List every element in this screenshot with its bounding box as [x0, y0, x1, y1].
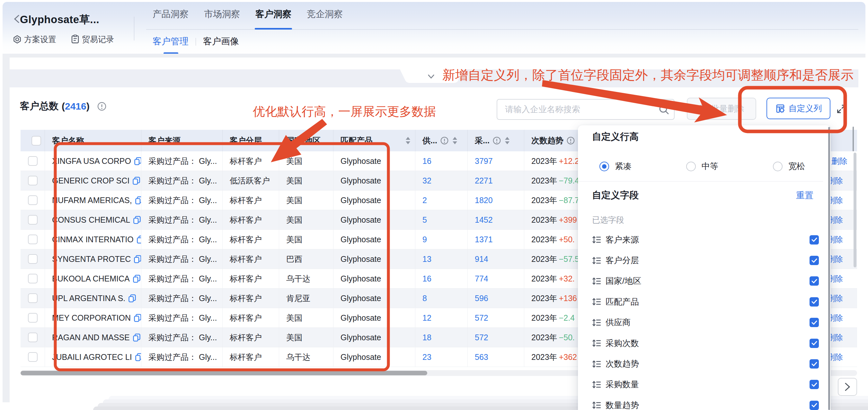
field-checkbox[interactable] — [809, 276, 819, 286]
row-checkbox[interactable] — [28, 215, 38, 225]
row-checkbox[interactable] — [28, 156, 38, 166]
cell-suppliers[interactable]: 2 — [415, 191, 468, 210]
drag-handle-icon[interactable] — [592, 256, 601, 265]
fullscreen-icon[interactable] — [836, 104, 847, 114]
row-checkbox[interactable] — [28, 274, 38, 284]
field-checkbox[interactable] — [809, 297, 819, 306]
drag-handle-icon[interactable] — [592, 277, 601, 286]
field-checkbox[interactable] — [809, 359, 819, 369]
field-item[interactable]: 采购数量 — [592, 374, 819, 395]
cell-suppliers[interactable]: 23 — [415, 347, 468, 367]
copy-icon[interactable] — [134, 353, 141, 361]
cell-purchases[interactable]: 596 — [468, 289, 524, 308]
copy-icon[interactable] — [132, 274, 141, 283]
drag-handle-icon[interactable] — [592, 297, 601, 306]
main-tab[interactable]: 竞企洞察 — [307, 2, 343, 30]
field-item[interactable]: 数量趋势 — [592, 395, 819, 410]
main-tab[interactable]: 客户洞察 — [255, 2, 291, 30]
field-checkbox[interactable] — [809, 380, 819, 389]
cell-purchases[interactable]: 563 — [468, 347, 524, 367]
copy-icon[interactable] — [136, 235, 141, 244]
field-item[interactable]: 国家/地区 — [592, 271, 819, 291]
field-item[interactable]: 客户来源 — [592, 229, 819, 250]
copy-icon[interactable] — [134, 196, 141, 205]
copy-icon[interactable] — [132, 176, 141, 185]
copy-icon[interactable] — [133, 255, 141, 263]
field-item[interactable]: 匹配产品 — [592, 291, 819, 312]
field-checkbox[interactable] — [809, 235, 819, 244]
panel-scrollbar-thumb[interactable] — [828, 127, 830, 410]
col-name[interactable]: 客户名称 — [45, 130, 141, 151]
cell-suppliers[interactable]: 18 — [415, 328, 468, 347]
col-product[interactable]: 匹配产品 — [334, 130, 415, 151]
drag-handle-icon[interactable] — [592, 339, 601, 348]
field-item[interactable]: 客户分层 — [592, 250, 819, 270]
horizontal-scrollbar-thumb[interactable] — [21, 371, 427, 375]
cell-purchases[interactable]: 572 — [468, 308, 524, 327]
sort-icon[interactable] — [452, 137, 458, 144]
drag-handle-icon[interactable] — [592, 235, 601, 244]
back-icon[interactable] — [13, 15, 20, 23]
drag-handle-icon[interactable] — [592, 318, 601, 327]
batch-delete-button[interactable]: 批量删除 — [687, 98, 756, 120]
row-checkbox[interactable] — [28, 195, 38, 205]
cell-purchases[interactable]: 2271 — [468, 171, 524, 190]
row-checkbox[interactable] — [28, 254, 38, 264]
copy-icon[interactable] — [132, 333, 141, 342]
cell-suppliers[interactable]: 16 — [415, 269, 468, 288]
row-checkbox[interactable] — [28, 235, 38, 244]
copy-icon[interactable] — [128, 294, 136, 303]
col-suppliers[interactable]: 供... — [415, 130, 468, 151]
row-checkbox[interactable] — [28, 313, 38, 323]
drag-handle-icon[interactable] — [592, 401, 601, 410]
subtab-customer-management[interactable]: 客户管理 — [146, 34, 196, 50]
select-all-checkbox[interactable] — [31, 136, 41, 146]
search-icon[interactable] — [658, 104, 670, 115]
cell-suppliers[interactable]: 12 — [415, 308, 468, 327]
col-country[interactable]: 国家/地区 — [279, 130, 334, 151]
cell-purchases[interactable]: 1371 — [468, 230, 524, 249]
cell-suppliers[interactable]: 5 — [415, 210, 468, 229]
custom-columns-button[interactable]: 自定义列 — [767, 98, 830, 119]
copy-icon[interactable] — [133, 314, 141, 322]
field-item[interactable]: 供应商 — [592, 312, 819, 333]
next-page-button[interactable] — [838, 378, 857, 396]
cell-suppliers[interactable]: 32 — [415, 171, 468, 190]
search-input[interactable]: 请输入企业名称搜索 — [497, 99, 675, 120]
field-checkbox[interactable] — [809, 339, 819, 348]
copy-icon[interactable] — [133, 215, 141, 224]
radio-compact[interactable]: 紧凑 — [599, 160, 631, 172]
cell-purchases[interactable]: 774 — [468, 269, 524, 288]
copy-icon[interactable] — [134, 157, 141, 166]
cell-suppliers[interactable]: 9 — [415, 230, 468, 249]
cell-suppliers[interactable]: 13 — [415, 250, 468, 269]
cell-purchases[interactable]: 3797 — [468, 151, 524, 171]
trade-records-button[interactable]: 贸易记录 — [71, 34, 114, 44]
field-item[interactable]: 采购次数 — [592, 333, 819, 353]
cell-purchases[interactable]: 914 — [468, 250, 524, 269]
field-item[interactable]: 次数趋势 — [592, 353, 819, 374]
subtab-customer-profile[interactable]: 客户画像 — [196, 34, 246, 50]
radio-medium[interactable]: 中等 — [686, 160, 718, 172]
vertical-scrollbar-thumb[interactable] — [854, 153, 857, 267]
sort-icon[interactable] — [505, 137, 510, 144]
cell-purchases[interactable]: 1820 — [468, 191, 524, 210]
cell-suppliers[interactable]: 8 — [415, 289, 468, 308]
sort-icon[interactable] — [405, 137, 410, 144]
reset-link[interactable]: 重置 — [796, 189, 813, 201]
cell-purchases[interactable]: 1452 — [468, 210, 524, 229]
row-checkbox[interactable] — [28, 332, 38, 342]
field-checkbox[interactable] — [809, 401, 819, 410]
main-tab[interactable]: 市场洞察 — [204, 2, 240, 30]
col-source[interactable]: 客户来源 — [141, 130, 223, 151]
plan-settings-button[interactable]: 方案设置 — [13, 34, 56, 44]
col-purchases[interactable]: 采... — [468, 130, 524, 151]
main-tab[interactable]: 产品洞察 — [153, 2, 189, 30]
chevron-down-icon[interactable] — [428, 74, 435, 79]
cell-purchases[interactable]: 572 — [468, 328, 524, 347]
field-checkbox[interactable] — [809, 256, 819, 265]
col-tier[interactable]: 客户分层 — [223, 130, 279, 151]
drag-handle-icon[interactable] — [592, 359, 601, 369]
row-checkbox[interactable] — [28, 176, 38, 185]
field-checkbox[interactable] — [809, 318, 819, 327]
